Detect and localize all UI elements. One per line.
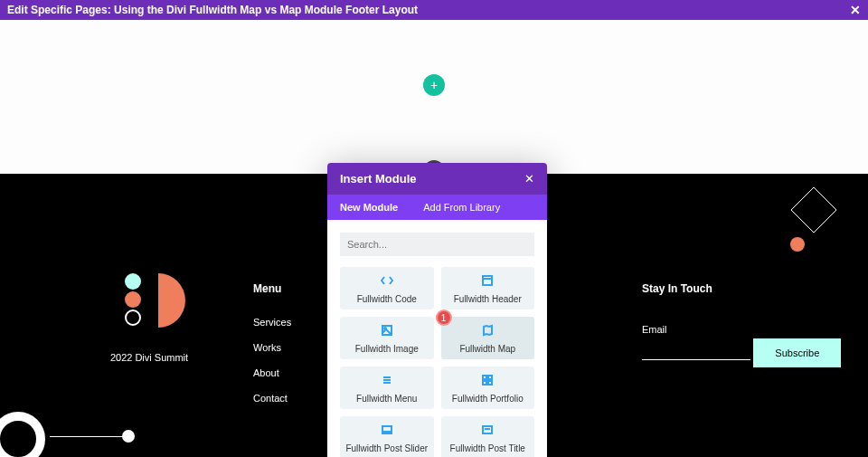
orange-dot-icon <box>790 237 805 252</box>
add-section-button[interactable]: + <box>423 74 445 96</box>
module-label: Fullwidth Map <box>445 344 532 354</box>
module-label: Fullwidth Header <box>445 294 532 304</box>
diamond-icon <box>787 183 841 237</box>
slider-icon <box>381 424 393 436</box>
image-icon <box>381 324 393 337</box>
footer-menu: Menu Services Works About Contact <box>253 282 291 418</box>
module-fullwidth-image[interactable]: Fullwidth Image <box>340 317 434 359</box>
code-icon <box>381 274 393 287</box>
menu-item-contact[interactable]: Contact <box>253 393 291 404</box>
svg-rect-10 <box>488 381 492 385</box>
modal-title: Insert Module <box>340 172 524 186</box>
menu-title: Menu <box>253 282 291 295</box>
brand-label: 2022 Divi Summit <box>108 352 190 363</box>
module-label: Fullwidth Image <box>344 344 430 354</box>
module-grid: Fullwidth CodeFullwidth HeaderFullwidth … <box>340 267 534 457</box>
svg-rect-7 <box>483 376 486 379</box>
subscribe-button[interactable]: Subscribe <box>753 338 841 367</box>
tab-new-module[interactable]: New Module <box>327 195 410 220</box>
portfolio-icon <box>481 374 494 386</box>
module-fullwidth-code[interactable]: Fullwidth Code <box>340 267 434 309</box>
topbar-close-icon[interactable]: ✕ <box>850 3 861 17</box>
modal-body: Fullwidth CodeFullwidth HeaderFullwidth … <box>327 220 547 457</box>
page-title: Edit Specific Pages: Using the Divi Full… <box>7 4 418 16</box>
insert-module-modal: Insert Module ✕ New Module Add From Libr… <box>327 163 547 457</box>
donut-icon <box>0 412 45 457</box>
svg-rect-9 <box>483 381 486 385</box>
menu-item-about[interactable]: About <box>253 367 291 378</box>
top-bar: Edit Specific Pages: Using the Divi Full… <box>0 0 868 20</box>
annotation-badge: 1 <box>436 309 452 326</box>
subscribe-block: Stay In Touch Email Subscribe <box>642 282 841 376</box>
canvas-area: + + <box>0 20 868 174</box>
module-label: Fullwidth Portfolio <box>445 394 532 404</box>
brand-block: 2022 Divi Summit <box>108 273 190 363</box>
menu-icon <box>381 374 393 386</box>
touch-title: Stay In Touch <box>642 282 841 295</box>
module-fullwidth-portfolio[interactable]: Fullwidth Portfolio <box>441 367 535 409</box>
modal-close-icon[interactable]: ✕ <box>524 172 534 186</box>
module-fullwidth-post-title[interactable]: Fullwidth Post Title <box>441 416 535 457</box>
module-fullwidth-header[interactable]: Fullwidth Header <box>441 267 535 309</box>
line-icon <box>50 436 127 437</box>
module-label: Fullwidth Code <box>344 294 430 304</box>
brand-logo <box>108 273 190 341</box>
module-label: Fullwidth Post Title <box>445 443 532 453</box>
dot-icon <box>122 430 135 443</box>
svg-rect-0 <box>483 276 492 285</box>
svg-rect-8 <box>488 376 492 379</box>
menu-item-works[interactable]: Works <box>253 342 291 353</box>
modal-tabs: New Module Add From Library <box>327 195 547 220</box>
menu-item-services[interactable]: Services <box>253 317 291 328</box>
modal-header: Insert Module ✕ <box>327 163 547 195</box>
module-fullwidth-post-slider[interactable]: Fullwidth Post Slider <box>340 416 434 457</box>
map-icon <box>481 324 494 337</box>
header-icon <box>481 274 494 287</box>
plus-icon: + <box>430 78 438 92</box>
search-input[interactable] <box>340 233 534 256</box>
module-label: Fullwidth Menu <box>344 394 430 404</box>
module-label: Fullwidth Post Slider <box>344 443 430 453</box>
title-icon <box>481 424 494 436</box>
email-label: Email <box>642 324 841 335</box>
module-fullwidth-menu[interactable]: Fullwidth Menu <box>340 367 434 409</box>
tab-add-from-library[interactable]: Add From Library <box>410 195 513 220</box>
email-field[interactable] <box>642 346 750 360</box>
module-fullwidth-map[interactable]: 1Fullwidth Map <box>441 317 535 359</box>
